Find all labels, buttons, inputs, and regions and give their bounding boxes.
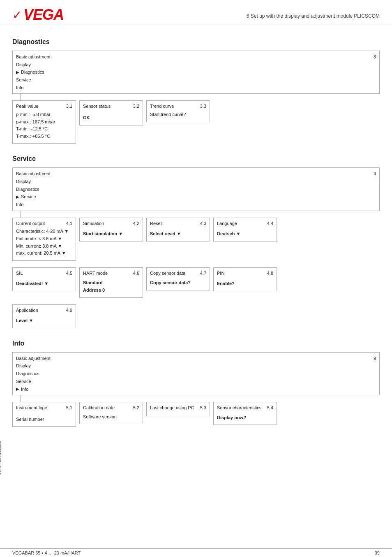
active-arrow-svc: ▶ — [16, 193, 21, 200]
menu-item-basic-adj-svc[interactable]: Basic adjustment — [16, 170, 376, 178]
service-sub-row-2: 4.5 SIL Deactivated! ▼ 4.6 HART mode Sta… — [12, 267, 380, 298]
sub-box-5-1: 5.1 Instrument type Serial number — [12, 402, 76, 427]
application-level[interactable]: Level ▼ — [16, 317, 72, 325]
service-menu-number: 4 — [374, 170, 376, 178]
current-max: max. current: 20.5 mA ▼ — [16, 250, 72, 257]
box-number-4-9: 4.9 — [66, 307, 72, 314]
info-menu-number: 9 — [374, 355, 376, 362]
copy-sensor-data[interactable]: Copy sensor data? — [150, 279, 206, 287]
box-title-5-2: Calibration date — [83, 404, 139, 412]
menu-item-info-diag[interactable]: Info — [16, 84, 376, 92]
reset-select[interactable]: Select reset ▼ — [150, 230, 206, 238]
service-sub-row-3: 4.9 Application Level ▼ — [12, 304, 380, 328]
menu-item-info-svc[interactable]: Info — [16, 201, 376, 209]
box-number-3-2: 3.2 — [133, 103, 139, 110]
page-footer: VEGABAR 55 • 4 … 20 mA/HART 39 — [0, 548, 392, 557]
sub-box-5-2: 5.2 Calibration date Software version — [79, 402, 143, 424]
box-title-4-5: SIL — [16, 270, 72, 277]
box-title-4-6: HART mode — [83, 270, 139, 277]
box-title-3-2: Sensor status — [83, 103, 139, 110]
active-arrow-diag: ▶ — [16, 69, 21, 76]
box-title-5-1: Instrument type — [16, 404, 72, 412]
box-number-5-4: 5.4 — [267, 404, 273, 412]
service-menu-box: 4 Basic adjustment Display Diagnostics ▶… — [12, 167, 380, 211]
hart-standard: Standard — [83, 279, 139, 287]
box-number-4-8: 4.8 — [267, 270, 273, 277]
logo-checkmark: ✓ — [12, 8, 22, 22]
active-arrow-info: ▶ — [16, 385, 21, 392]
menu-item-basic-adj-info[interactable]: Basic adjustment — [16, 355, 376, 362]
box-title-3-1: Peak value — [16, 103, 72, 110]
diagnostics-menu-box: 3 Basic adjustment Display ▶ Diagnostics… — [12, 51, 380, 94]
sub-box-5-4: 5.4 Sensor characteristics Display now? — [213, 402, 277, 425]
trend-curve-start: Start trend curve? — [150, 111, 206, 118]
current-fail: Fail.mode: < 3.6 mA ▼ — [16, 235, 72, 243]
logo-text: VEGA — [23, 7, 64, 22]
menu-item-info-info[interactable]: ▶ Info — [16, 385, 376, 393]
service-sub-row-1: 4.1 Current output Characteristic: 4-20 … — [12, 218, 380, 261]
software-version-label: Software version — [83, 413, 139, 421]
side-label: 36734-EN-130321 — [0, 441, 2, 475]
serial-number-label: Serial number — [16, 416, 72, 423]
box-number-3-3: 3.3 — [200, 103, 206, 110]
main-content: Diagnostics 3 Basic adjustment Display ▶… — [0, 25, 392, 438]
sub-box-5-3: 5.3 Last change using PC — [146, 402, 210, 416]
page-header: ✓ VEGA 6 Set up with the display and adj… — [0, 0, 392, 25]
sub-box-3-3: 3.3 Trend curve Start trend curve? — [146, 100, 210, 122]
box-title-4-4: Language — [217, 220, 273, 227]
menu-item-diagnostics-svc[interactable]: Diagnostics — [16, 186, 376, 193]
language-deutsch[interactable]: Deutsch ▼ — [217, 230, 273, 238]
display-now[interactable]: Display now? — [217, 414, 273, 422]
peak-tmin: T-min.: -12.5 °C — [16, 125, 72, 133]
sub-box-4-9: 4.9 Application Level ▼ — [12, 304, 76, 328]
section-title-diagnostics: Diagnostics — [12, 38, 380, 46]
box-number-5-2: 5.2 — [133, 404, 139, 412]
peak-pmax: p-max.: 167.5 mbar — [16, 118, 72, 126]
box-title-5-4: Sensor characteristics — [217, 404, 273, 412]
menu-item-display-info[interactable]: Display — [16, 362, 376, 370]
box-number-4-2: 4.2 — [133, 220, 139, 227]
section-title-service: Service — [12, 155, 380, 162]
box-title-4-1: Current output — [16, 220, 72, 227]
menu-item-service-diag[interactable]: Service — [16, 76, 376, 84]
current-min: Min. current: 3.8 mA ▼ — [16, 243, 72, 250]
hart-address: Address 0 — [83, 287, 139, 294]
menu-item-display-svc[interactable]: Display — [16, 178, 376, 186]
menu-item-basic-adj-diag[interactable]: Basic adjustment — [16, 53, 376, 61]
sub-box-4-2: 4.2 Simulation Start simulation ▼ — [79, 218, 143, 241]
current-char: Characteristic: 4-20 mA ▼ — [16, 228, 72, 235]
box-number-4-4: 4.4 — [267, 220, 273, 227]
pin-enable[interactable]: Enable? — [217, 280, 273, 288]
menu-item-diagnostics-info[interactable]: Diagnostics — [16, 370, 376, 378]
box-title-4-9: Application — [16, 307, 72, 314]
sub-box-4-1: 4.1 Current output Characteristic: 4-20 … — [12, 218, 76, 261]
menu-item-diagnostics-diag[interactable]: ▶ Diagnostics — [16, 68, 376, 76]
menu-item-service-info[interactable]: Service — [16, 378, 376, 385]
info-menu-box: 9 Basic adjustment Display Diagnostics S… — [12, 352, 380, 395]
menu-item-display-diag[interactable]: Display — [16, 61, 376, 69]
box-number-5-3: 5.3 — [200, 404, 206, 412]
info-section: 9 Basic adjustment Display Diagnostics S… — [12, 352, 380, 430]
info-sub-row: 5.1 Instrument type Serial number 5.2 Ca… — [12, 402, 380, 427]
sub-box-4-5: 4.5 SIL Deactivated! ▼ — [12, 267, 76, 291]
box-number-3-1: 3.1 — [66, 103, 72, 110]
menu-item-service-svc[interactable]: ▶ Service — [16, 193, 376, 201]
sub-box-3-2: 3.2 Sensor status OK — [79, 100, 143, 125]
diagnostics-section: 3 Basic adjustment Display ▶ Diagnostics… — [12, 51, 380, 147]
sil-deactivated[interactable]: Deactivated! ▼ — [16, 280, 72, 288]
sub-box-4-4: 4.4 Language Deutsch ▼ — [213, 218, 277, 241]
box-title-3-3: Trend curve — [150, 103, 206, 110]
simulation-start[interactable]: Start simulation ▼ — [83, 230, 139, 238]
peak-tmax: T-max.: +85.5 °C — [16, 133, 72, 140]
service-section: 4 Basic adjustment Display Diagnostics ▶… — [12, 167, 380, 331]
box-number-5-1: 5.1 — [66, 404, 72, 412]
box-title-4-7: Copy sensor data — [150, 270, 206, 277]
vert-connector-diag — [21, 94, 21, 100]
sub-box-4-6: 4.6 HART mode Standard Address 0 — [79, 267, 143, 298]
box-title-4-8: PIN — [217, 270, 273, 277]
header-title: 6 Set up with the display and adjustment… — [247, 7, 380, 19]
box-number-4-3: 4.3 — [200, 220, 206, 227]
sensor-status-ok: OK — [83, 114, 139, 122]
vert-connector-info — [21, 395, 21, 402]
section-title-info: Info — [12, 340, 380, 347]
